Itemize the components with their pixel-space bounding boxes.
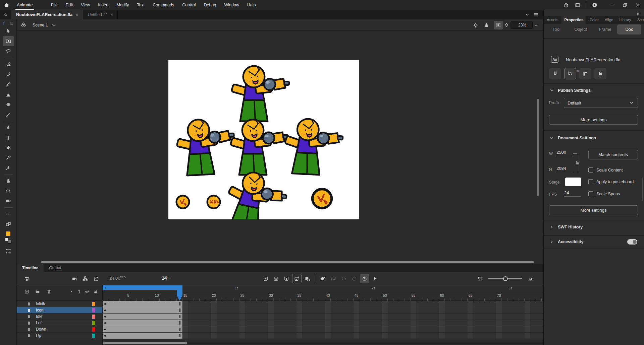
- insert-frame-icon[interactable]: [282, 274, 291, 283]
- frame-row-up[interactable]: [103, 333, 543, 339]
- timeline-tab-output[interactable]: Output: [44, 264, 66, 272]
- frame-span[interactable]: [103, 307, 182, 313]
- layer-row-up[interactable]: Up: [17, 333, 102, 339]
- close-tab-icon[interactable]: ×: [76, 13, 78, 17]
- tab-align[interactable]: Align: [602, 16, 616, 24]
- frame-row-icon[interactable]: [103, 307, 543, 314]
- tabbar-menu-icon[interactable]: [533, 12, 539, 17]
- zoom-stepper[interactable]: [504, 22, 509, 28]
- snap-align-button[interactable]: [564, 68, 576, 79]
- document-settings-header[interactable]: Document Settings: [549, 135, 596, 141]
- selection-tool[interactable]: [3, 26, 14, 36]
- eye-slash-icon[interactable]: [85, 289, 89, 294]
- layer-options-icon[interactable]: [22, 274, 32, 283]
- frame-span[interactable]: [103, 314, 182, 320]
- outline-box-icon[interactable]: [76, 289, 81, 294]
- menu-help[interactable]: Help: [243, 0, 260, 10]
- lasso-tool[interactable]: [3, 46, 14, 56]
- tab-assets[interactable]: Assets: [544, 16, 561, 24]
- tab-scene[interactable]: Scene: [634, 16, 644, 24]
- stage[interactable]: [168, 60, 359, 219]
- play-icon[interactable]: [370, 274, 380, 283]
- frame-span[interactable]: [103, 333, 182, 339]
- paint-bucket-tool[interactable]: [3, 143, 14, 153]
- frames-area[interactable]: 1s2s3s510152025303540455055606570◄: [103, 285, 543, 345]
- frame-span[interactable]: [103, 301, 182, 307]
- layer-row-down[interactable]: Down: [17, 326, 102, 333]
- layer-outline-color[interactable]: [92, 327, 95, 332]
- workspace-icon[interactable]: [572, 0, 583, 10]
- text-tool[interactable]: [3, 133, 14, 143]
- classic-brush-tool[interactable]: [3, 69, 14, 79]
- line-tool[interactable]: [3, 110, 14, 120]
- close-button[interactable]: [631, 0, 644, 10]
- subtab-doc[interactable]: Doc: [617, 24, 641, 34]
- snap-to-objects-button[interactable]: [549, 68, 561, 79]
- rulers-button[interactable]: [579, 68, 591, 79]
- hand-tool[interactable]: [3, 176, 14, 186]
- scale-spans-checkbox[interactable]: [588, 191, 593, 196]
- tab-properties[interactable]: Properties: [561, 16, 587, 24]
- edit-multiple-frames-icon[interactable]: [329, 274, 338, 283]
- trash-icon[interactable]: [47, 289, 51, 294]
- timeline-scrollbar[interactable]: [103, 342, 187, 344]
- layer-outline-color[interactable]: [92, 308, 95, 313]
- current-frame[interactable]: 14F ·: [162, 275, 171, 281]
- share-icon[interactable]: [560, 0, 572, 10]
- layer-outline-color[interactable]: [92, 302, 95, 306]
- frame-span[interactable]: [103, 326, 182, 332]
- asset-warp-tool[interactable]: [3, 163, 14, 173]
- document-tab-1[interactable]: NoobtownFLARecreation.fla×: [11, 10, 83, 19]
- test-movie-icon[interactable]: [589, 0, 600, 10]
- insert-symbol-icon[interactable]: [350, 274, 359, 283]
- reset-timeline-zoom-icon[interactable]: [475, 274, 484, 283]
- timeline-tab-timeline[interactable]: Timeline: [17, 264, 44, 272]
- add-layer-icon[interactable]: [24, 289, 29, 294]
- pencil-tool[interactable]: [3, 79, 14, 89]
- eraser-tool[interactable]: [3, 89, 14, 99]
- menu-debug[interactable]: Debug: [200, 0, 220, 10]
- eyedropper-tool[interactable]: [3, 153, 14, 163]
- menu-view[interactable]: View: [77, 0, 94, 10]
- subtab-object[interactable]: Object: [572, 24, 589, 34]
- zoom-chevron-icon[interactable]: [533, 22, 539, 28]
- app-menu-animate[interactable]: Animate: [15, 0, 34, 10]
- onion-markers-icon[interactable]: [339, 274, 348, 283]
- lock-icon[interactable]: [93, 289, 98, 294]
- close-tab-icon[interactable]: ×: [111, 13, 113, 17]
- zoom-level-select[interactable]: 23%: [511, 21, 533, 29]
- restore-button[interactable]: [619, 0, 631, 10]
- doc-more-settings-button[interactable]: More settings: [549, 205, 638, 215]
- tab-color[interactable]: Color: [586, 16, 601, 24]
- remove-frame-icon[interactable]: [303, 274, 312, 283]
- layer-row-icon[interactable]: Icon: [17, 307, 102, 314]
- publish-settings-header[interactable]: Publish Settings: [549, 88, 591, 93]
- swap-swatches[interactable]: [3, 219, 14, 229]
- clip-content-icon[interactable]: [494, 21, 503, 29]
- add-camera-icon[interactable]: [70, 274, 79, 283]
- timeline-zoom-slider[interactable]: [488, 274, 522, 283]
- minimize-button[interactable]: [606, 0, 619, 10]
- layer-parenting-icon[interactable]: [80, 274, 90, 283]
- scene-chevron-icon[interactable]: [51, 23, 56, 28]
- folder-icon[interactable]: [35, 289, 40, 294]
- lock-guides-button[interactable]: [594, 68, 606, 79]
- swf-history-header[interactable]: SWF History: [549, 224, 583, 230]
- auto-keyframe-icon[interactable]: [292, 274, 302, 283]
- match-contents-button[interactable]: Match contents: [588, 150, 638, 159]
- toolbar-menu-icon[interactable]: [9, 20, 14, 26]
- scale-content-checkbox[interactable]: [588, 167, 593, 172]
- insert-blank-keyframe-icon[interactable]: [271, 274, 281, 283]
- edit-scene-icon[interactable]: [21, 22, 26, 27]
- document-tab-2[interactable]: Untitled-2*×: [83, 10, 118, 19]
- tab-library[interactable]: Library: [616, 16, 634, 24]
- loop-range-bar[interactable]: ◄: [103, 285, 182, 290]
- collapse-left-icon[interactable]: [0, 10, 11, 19]
- oval-tool[interactable]: [3, 99, 14, 110]
- publish-more-settings-button[interactable]: More settings: [549, 115, 638, 125]
- accessibility-toggle[interactable]: [627, 239, 637, 245]
- pen-tool[interactable]: [3, 123, 14, 133]
- insert-keyframe-icon[interactable]: [261, 274, 270, 283]
- frame-row-idle[interactable]: [103, 314, 543, 320]
- subtab-tool[interactable]: Tool: [548, 24, 565, 34]
